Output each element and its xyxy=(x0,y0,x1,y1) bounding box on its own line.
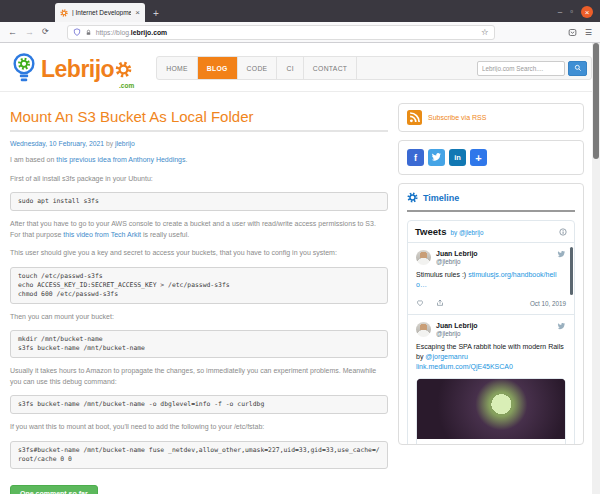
card-title: Escaping the SPA rabbit hole with mo… xyxy=(423,443,559,445)
site-logo[interactable]: Lebrijo .com xyxy=(10,52,132,84)
rss-icon xyxy=(407,110,422,125)
tech-arkit-video-link[interactable]: this video from Tech Arkit xyxy=(63,231,141,238)
twitter-icon[interactable] xyxy=(428,149,445,166)
info-icon[interactable] xyxy=(559,228,567,236)
tweet-link-card[interactable]: Escaping the SPA rabbit hole with mo… Th… xyxy=(416,378,566,445)
nav-item-code[interactable]: CODE xyxy=(238,57,278,79)
url-domain: lebrijo.com xyxy=(131,29,167,36)
page-title: Mount An S3 Bucket As Local Folder xyxy=(10,108,388,125)
code-block-mount: mkdir /mnt/bucket-name s3fs bucket-name … xyxy=(10,330,388,358)
tweets-scrollbar-thumb[interactable] xyxy=(570,247,573,295)
tweet-author-handle[interactable]: @jlebrijo xyxy=(436,258,478,266)
tweet-date[interactable]: Oct 10, 2019 xyxy=(530,300,566,307)
nav-item-ci[interactable]: CI xyxy=(277,57,303,79)
tweet-text: Stimulus rules :) stimulusjs.org/handboo… xyxy=(416,270,566,290)
search-area xyxy=(477,57,591,79)
facebook-icon[interactable]: f xyxy=(407,149,424,166)
search-icon xyxy=(574,64,582,72)
shield-icon[interactable] xyxy=(73,28,81,36)
avatar[interactable] xyxy=(416,250,431,265)
avatar[interactable] xyxy=(416,322,431,337)
back-icon[interactable]: ← xyxy=(8,28,17,37)
tweets-header: Tweets by @jlebrijo xyxy=(408,221,574,243)
timeline-widget: Timeline Tweets by @jlebrijo xyxy=(398,183,584,445)
tweets-by-link[interactable]: by @jlebrijo xyxy=(451,229,484,236)
byline: Wednesday, 10 February, 2021 by jlebrijo xyxy=(10,140,388,147)
tweet-author-name[interactable]: Juan Lebrijo xyxy=(436,250,478,258)
site-header: Lebrijo .com HOME BLOG CODE CI CONTACT xyxy=(0,43,600,92)
intro-text: I am based on xyxy=(10,156,56,163)
page-scrollbar[interactable] xyxy=(592,43,600,494)
aws-text-end: is really useful. xyxy=(141,231,189,238)
reload-icon[interactable]: ⟳ xyxy=(42,28,49,36)
linkedin-icon[interactable]: in xyxy=(449,149,466,166)
timeline-title: Timeline xyxy=(423,193,459,203)
minimize-button[interactable]: – xyxy=(558,8,562,16)
search-input[interactable] xyxy=(477,61,565,76)
install-paragraph: First of all install s3fs package in you… xyxy=(10,174,388,185)
window-controls: – ▫ × xyxy=(558,6,600,22)
new-tab-button[interactable]: + xyxy=(153,9,159,19)
tweet-author-name[interactable]: Juan Lebrijo xyxy=(436,322,478,330)
nav-item-contact[interactable]: CONTACT xyxy=(304,57,357,79)
code-block-fstab: s3fs#bucket-name /mnt/bucket-name fuse _… xyxy=(10,441,388,469)
close-button[interactable]: × xyxy=(581,6,593,18)
debug-paragraph: Usually it takes hours to Amazon to prop… xyxy=(10,366,388,387)
browser-window: | Internet Development F × + – ▫ × ← → ⟳… xyxy=(0,0,600,495)
lock-icon[interactable] xyxy=(85,29,92,36)
forward-icon[interactable]: → xyxy=(25,28,34,37)
url-scheme: https://blog. xyxy=(96,29,131,36)
pocket-icon[interactable] xyxy=(568,28,577,37)
tweet: Juan Lebrijo @jlebrijo Escaping the SPA … xyxy=(408,315,574,445)
rss-label: Subscribe via RSS xyxy=(428,114,486,121)
browser-toolbar: ← → ⟳ https://blog.lebrijo.com ☆ ☰ xyxy=(0,22,600,43)
tweet-author-handle[interactable]: @jlebrijo xyxy=(436,330,478,338)
previous-idea-link[interactable]: this previous idea from Anthony Heddings xyxy=(56,156,185,163)
fstab-paragraph: If you want this to mount at boot, you'l… xyxy=(10,422,388,433)
code-block-config: touch /etc/passwd-s3fs echo ACCESS_KEY_I… xyxy=(10,267,388,304)
maximize-button[interactable]: ▫ xyxy=(570,8,573,16)
intro-period: . xyxy=(186,156,188,163)
tab-title: | Internet Development F xyxy=(72,9,131,16)
browser-tab-bar: | Internet Development F × + – ▫ × xyxy=(0,0,600,22)
sidebar: Subscribe via RSS f in + Timeline xyxy=(398,92,584,453)
browser-tab[interactable]: | Internet Development F × xyxy=(55,3,145,22)
bookmark-star-icon[interactable]: ☆ xyxy=(481,27,489,37)
tweet-footer: Oct 10, 2019 xyxy=(416,299,566,307)
card-image xyxy=(417,379,565,439)
tweet-link[interactable]: link.medium.com/QjE45KSCA0 xyxy=(416,363,513,370)
site-favicon-icon xyxy=(60,9,68,17)
rss-subscribe-button[interactable]: Subscribe via RSS xyxy=(398,103,584,132)
tweets-title: Tweets xyxy=(415,226,447,237)
menu-icon[interactable]: ☰ xyxy=(585,28,592,37)
logo-gear-icon xyxy=(115,61,132,78)
intro-paragraph: I am based on this previous idea from An… xyxy=(10,155,388,166)
nav-item-blog[interactable]: BLOG xyxy=(198,57,238,79)
social-share-bar: f in + xyxy=(398,140,584,175)
timeline-gear-icon xyxy=(407,192,418,203)
page-scrollbar-thumb[interactable] xyxy=(593,43,599,159)
twitter-bird-icon[interactable] xyxy=(557,250,566,259)
comments-button[interactable]: One comment so far xyxy=(10,485,98,495)
url-text: https://blog.lebrijo.com xyxy=(96,29,167,36)
url-bar[interactable]: https://blog.lebrijo.com ☆ xyxy=(67,25,495,40)
main-nav: HOME BLOG CODE CI CONTACT xyxy=(156,56,592,80)
nav-item-home[interactable]: HOME xyxy=(157,57,198,79)
tweet: Juan Lebrijo @jlebrijo Stimulus rules :)… xyxy=(408,243,574,315)
logo-tld: .com xyxy=(119,82,134,89)
mount-paragraph: Then you can mount your bucket: xyxy=(10,312,388,323)
tweet-text: Escaping the SPA rabbit hole with modern… xyxy=(416,342,566,372)
share-plus-icon[interactable]: + xyxy=(470,149,487,166)
search-button[interactable] xyxy=(568,61,587,76)
share-tweet-icon[interactable] xyxy=(436,299,444,307)
config-paragraph: This user should give you a key and secr… xyxy=(10,248,388,259)
author-link[interactable]: jlebrijo xyxy=(115,140,135,147)
lightbulb-logo-icon xyxy=(10,52,38,84)
tab-close-icon[interactable]: × xyxy=(135,9,140,17)
tweet-mention-link[interactable]: @jorgemanru xyxy=(425,353,468,360)
date-link[interactable]: Wednesday, 10 February, 2021 xyxy=(10,140,104,147)
code-block-install: sudo apt install s3fs xyxy=(10,192,388,211)
heart-icon[interactable] xyxy=(416,299,424,307)
web-page: Lebrijo .com HOME BLOG CODE CI CONTACT xyxy=(0,43,600,494)
twitter-bird-icon[interactable] xyxy=(557,322,566,331)
